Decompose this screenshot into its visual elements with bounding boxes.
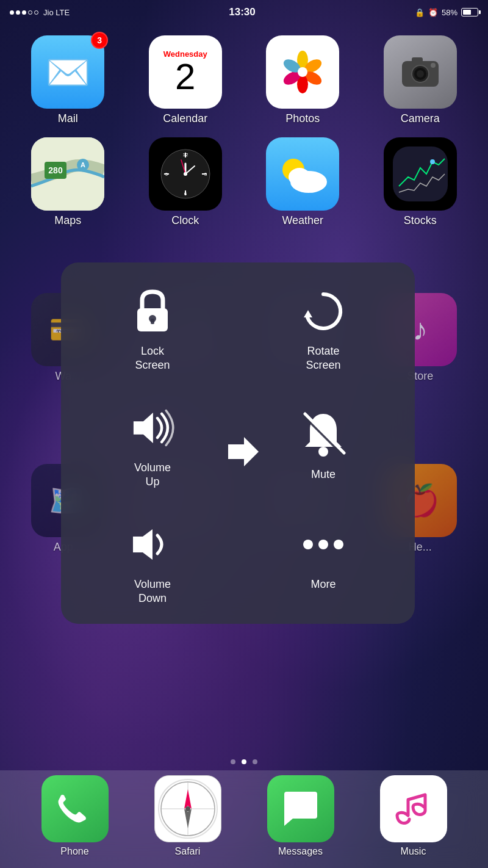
alarm-icon: ⏰ <box>428 8 438 17</box>
camera-icon <box>384 35 457 109</box>
app-weather[interactable]: Weather <box>247 137 359 227</box>
volume-up-button[interactable]: VolumeUp <box>67 385 238 502</box>
mute-label: Mute <box>311 468 336 482</box>
safari-icon <box>154 775 221 842</box>
mute-icon <box>299 410 348 459</box>
battery-icon <box>461 8 478 16</box>
mail-label: Mail <box>58 112 78 125</box>
svg-point-48 <box>318 540 328 549</box>
svg-point-49 <box>334 540 343 549</box>
home-arrow-button[interactable] <box>218 427 267 476</box>
music-label: Music <box>401 846 426 857</box>
status-left: Jio LTE <box>10 8 70 17</box>
volume-down-label: VolumeDown <box>134 577 171 606</box>
signal-dots <box>10 10 38 15</box>
calendar-date: 2 <box>175 59 195 95</box>
calendar-icon: Wednesday 2 <box>149 35 222 109</box>
lock-screen-icon <box>128 287 177 336</box>
more-button[interactable]: More <box>238 502 409 604</box>
rotate-screen-label: RotateScreen <box>306 344 340 373</box>
app-maps[interactable]: 280 A Maps <box>12 137 124 227</box>
svg-rect-35 <box>393 146 448 201</box>
dot1 <box>10 10 14 15</box>
weather-icon <box>266 137 339 211</box>
mail-icon: ✉️ 3 <box>31 35 104 109</box>
app-camera[interactable]: Camera <box>365 35 476 125</box>
page-dot-3 <box>253 759 257 764</box>
app-stocks[interactable]: Stocks <box>365 137 476 227</box>
svg-point-57 <box>185 806 190 811</box>
battery-fill <box>463 10 471 15</box>
svg-point-47 <box>303 540 313 549</box>
svg-rect-12 <box>412 57 423 62</box>
svg-rect-39 <box>151 319 154 324</box>
maps-label: Maps <box>54 214 81 227</box>
volume-down-button[interactable]: VolumeDown <box>67 502 238 618</box>
svg-point-42 <box>318 447 328 457</box>
dot4 <box>28 10 32 15</box>
svg-marker-46 <box>133 529 152 560</box>
dot2 <box>16 10 20 15</box>
status-bar: Jio LTE 13:30 🔒 ⏰ 58% <box>0 0 488 24</box>
svg-text:12: 12 <box>182 152 188 157</box>
messages-icon <box>267 775 334 842</box>
mail-badge: 3 <box>91 32 108 49</box>
volume-up-label: VolumeUp <box>134 461 171 490</box>
clock-icon: 12 6 9 3 <box>149 137 222 211</box>
svg-point-11 <box>417 70 424 78</box>
app-clock[interactable]: 12 6 9 3 Clock <box>130 137 242 227</box>
volume-up-icon <box>128 403 177 452</box>
svg-text:6: 6 <box>184 191 187 197</box>
calendar-label: Calendar <box>163 112 207 125</box>
dock-phone[interactable]: Phone <box>41 775 109 857</box>
phone-label: Phone <box>60 846 88 857</box>
more-icon <box>299 520 348 569</box>
svg-text:3: 3 <box>204 172 207 177</box>
camera-label: Camera <box>401 112 440 125</box>
dot3 <box>22 10 26 15</box>
svg-point-31 <box>184 172 187 176</box>
volume-down-icon <box>128 520 177 569</box>
carrier-label: Jio LTE <box>43 8 70 17</box>
dock-music[interactable]: Music <box>380 775 447 857</box>
photos-icon <box>266 35 339 109</box>
clock-label: Clock <box>171 214 199 227</box>
battery-percent: 58% <box>442 8 458 17</box>
app-calendar[interactable]: Wednesday 2 Calendar <box>130 35 242 125</box>
page-dots <box>0 759 488 764</box>
page-dot-1 <box>231 759 235 764</box>
svg-marker-40 <box>304 310 312 317</box>
dock-messages[interactable]: Messages <box>267 775 334 857</box>
time-display: 13:30 <box>229 6 255 18</box>
safari-label: Safari <box>175 846 201 857</box>
weather-label: Weather <box>282 214 323 227</box>
app-grid: ✉️ 3 Mail Wednesday 2 Calendar P <box>0 29 488 233</box>
svg-point-13 <box>431 63 436 68</box>
svg-text:9: 9 <box>165 172 168 177</box>
svg-point-7 <box>298 67 307 77</box>
status-right: 🔒 ⏰ 58% <box>415 8 478 17</box>
maps-icon: 280 A <box>31 137 104 211</box>
rotate-screen-icon <box>299 287 348 336</box>
music-icon <box>380 775 447 842</box>
more-label: More <box>310 577 336 591</box>
svg-point-36 <box>430 159 435 164</box>
phone-icon <box>41 775 109 842</box>
app-photos[interactable]: Photos <box>247 35 359 125</box>
svg-text:A: A <box>81 161 85 168</box>
stocks-label: Stocks <box>404 214 437 227</box>
app-mail[interactable]: ✉️ 3 Mail <box>12 35 124 125</box>
svg-text:280: 280 <box>49 165 63 175</box>
lock-icon: 🔒 <box>415 8 425 17</box>
dock: Phone Safari Messages <box>0 770 488 868</box>
messages-label: Messages <box>278 846 323 857</box>
dock-safari[interactable]: Safari <box>154 775 221 857</box>
photos-label: Photos <box>285 112 320 125</box>
svg-marker-50 <box>228 437 259 466</box>
stocks-icon <box>384 137 457 211</box>
lock-screen-label: LockScreen <box>135 344 170 373</box>
svg-marker-41 <box>134 413 153 443</box>
rotate-screen-button[interactable]: RotateScreen <box>238 269 409 385</box>
svg-point-34 <box>289 168 310 186</box>
lock-screen-button[interactable]: LockScreen <box>67 269 238 385</box>
